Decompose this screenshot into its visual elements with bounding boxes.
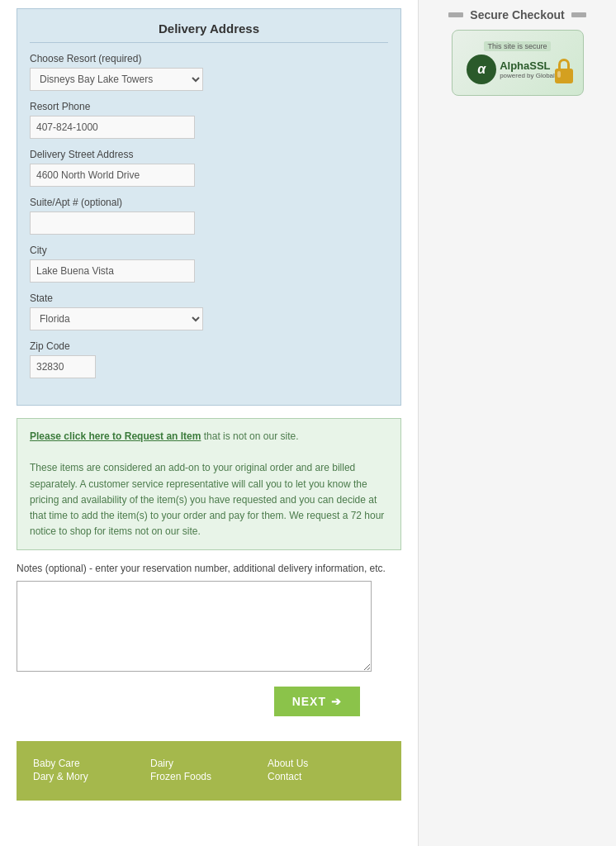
secure-checkout-section: Secure Checkout This site is secure α Al… [427,8,608,96]
next-button-row: NEXT➔ [17,687,401,716]
footer-about-heading: About Us [268,758,385,769]
footer-about-sub: Contact [268,771,385,782]
street-address-label: Delivery Street Address [30,149,388,160]
lock-shine [557,71,561,78]
notes-label: Notes (optional) - enter your reservatio… [17,563,401,574]
footer: Baby Care Dary & Mory Dairy Frozen Foods… [17,741,401,801]
arrow-icon: ➔ [331,695,342,708]
footer-baby-sub: Dary & Mory [33,771,150,782]
lock-shackle [558,59,570,69]
zip-label: Zip Code [30,340,388,352]
secure-checkout-label: Secure Checkout [470,8,564,21]
ssl-badge: This site is secure α AlphaSSL powered b… [452,30,584,96]
zip-input[interactable] [30,355,96,378]
dividers-right [571,12,586,17]
request-item-suffix: that is not on our site. [201,430,298,442]
city-group: City [30,245,388,283]
footer-dairy-sub: Frozen Foods [150,771,268,782]
state-label: State [30,292,388,304]
footer-dairy-heading: Dairy [150,758,268,769]
resort-phone-group: Resort Phone [30,101,388,139]
street-address-group: Delivery Street Address [30,149,388,187]
delivery-address-title: Delivery Address [30,21,388,43]
suite-label: Suite/Apt # (optional) [30,197,388,208]
delivery-address-box: Delivery Address Choose Resort (required… [17,8,401,406]
footer-col-baby: Baby Care Dary & Mory [33,758,150,784]
divider-bar-right [571,12,586,17]
resort-select[interactable]: Disneys Bay Lake Towers Disney's Grand F… [30,68,203,91]
notes-section: Notes (optional) - enter your reservatio… [17,563,401,674]
resort-phone-input[interactable] [30,116,195,139]
divider-bar-left [448,12,463,17]
zip-group: Zip Code [30,340,388,378]
dividers-left [448,12,463,17]
lock-body [555,69,573,83]
ssl-secure-text: This site is secure [484,41,550,51]
notes-textarea[interactable] [17,581,372,672]
request-item-link[interactable]: Please click here to Request an Item [30,430,201,442]
lock-icon [552,59,576,88]
city-input[interactable] [30,259,195,283]
next-button[interactable]: NEXT➔ [274,687,360,716]
suite-input[interactable] [30,212,195,235]
request-item-info-box: Please click here to Request an Item tha… [17,418,401,550]
city-label: City [30,245,388,256]
street-address-input[interactable] [30,164,195,187]
choose-resort-label: Choose Resort (required) [30,53,388,64]
secure-checkout-header: Secure Checkout [448,8,585,21]
request-item-body: These items are considered an add-on to … [30,462,384,537]
footer-col-dairy: Dairy Frozen Foods [150,758,268,784]
resort-phone-label: Resort Phone [30,101,388,112]
suite-group: Suite/Apt # (optional) [30,197,388,235]
state-select[interactable]: Florida Alabama Georgia Texas [30,307,203,330]
footer-baby-heading: Baby Care [33,758,150,769]
ssl-alpha-icon: α [467,55,496,84]
footer-col-about: About Us Contact [268,758,385,784]
choose-resort-group: Choose Resort (required) Disneys Bay Lak… [30,53,388,91]
sidebar: Secure Checkout This site is secure α Al… [418,0,616,846]
state-group: State Florida Alabama Georgia Texas [30,292,388,330]
